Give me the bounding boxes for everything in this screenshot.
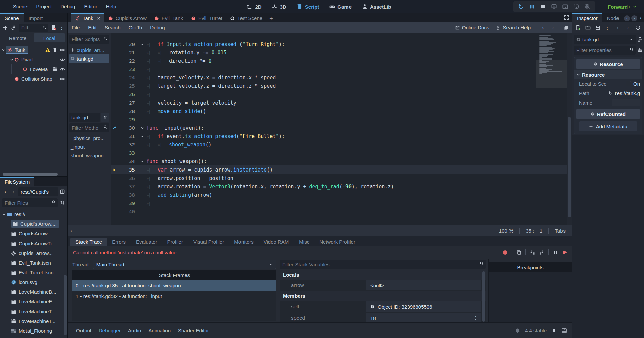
- code-line-25[interactable]: 25target_velocity.z = direction.z * spee…: [111, 82, 572, 90]
- scripts-filter-box[interactable]: [69, 35, 109, 44]
- scene-node-tank[interactable]: Tank: [0, 45, 67, 55]
- menu-project[interactable]: Project: [32, 0, 56, 13]
- file-lovemachineb-[interactable]: LoveMachineB...: [0, 287, 67, 297]
- file-lovemachinee-[interactable]: LoveMachineE...: [0, 297, 67, 307]
- gutter-icon-col[interactable]: [111, 126, 119, 130]
- fs-path-input[interactable]: [21, 189, 56, 195]
- pin-bottom-panel-icon[interactable]: [551, 328, 557, 333]
- save-resource-button[interactable]: [595, 25, 600, 30]
- member-sort-button[interactable]: [101, 113, 109, 122]
- fs-filter-box[interactable]: [2, 198, 58, 207]
- script-menu-search[interactable]: Search: [101, 25, 125, 30]
- scene-filter-box[interactable]: [19, 24, 48, 32]
- file-cupidsarrow-[interactable]: CupidsArrow....: [0, 229, 67, 239]
- code-line-39[interactable]: 39: [111, 199, 572, 207]
- methods-filter-box[interactable]: [69, 123, 109, 132]
- method-item--physics-pro-[interactable]: _physics_pro...: [69, 134, 109, 142]
- add-metadata-button[interactable]: Add Metadata: [579, 121, 637, 131]
- chevron-down-icon[interactable]: [1, 48, 5, 52]
- tab-node[interactable]: Node: [602, 13, 624, 22]
- scrollbar-thumb[interactable]: [568, 117, 571, 217]
- tab-inspector[interactable]: Inspector: [572, 13, 602, 22]
- signal-connection-icon[interactable]: [113, 126, 117, 130]
- code-line-40[interactable]: 40: [111, 207, 572, 216]
- inspector-back-button[interactable]: ‹: [614, 25, 621, 31]
- new-scene-tab-button[interactable]: +: [266, 15, 276, 22]
- script-menu-edit[interactable]: Edit: [84, 25, 101, 30]
- scene-tab-evil_tank[interactable]: Evil_Tank: [150, 13, 187, 22]
- properties-filter-box[interactable]: [574, 46, 636, 55]
- code-line-38[interactable]: 38add_sibling(arrow): [111, 191, 572, 199]
- tune-icon[interactable]: [637, 48, 643, 53]
- file-icon-svg[interactable]: icon.svg: [0, 277, 67, 287]
- scene-tab-test-scene[interactable]: Test Scene: [226, 13, 266, 22]
- instanced-scene-icon[interactable]: [52, 67, 58, 72]
- workspace-2d[interactable]: 2D: [243, 0, 265, 13]
- minimap-viewport[interactable]: [536, 60, 567, 88]
- debugger-tab-misc[interactable]: Misc: [294, 238, 314, 246]
- warning-icon[interactable]: [45, 47, 50, 53]
- open-docs-icon[interactable]: [637, 37, 643, 42]
- code-editor[interactable]: 20if Input.is_action_pressed ("Turn Righ…: [111, 33, 572, 225]
- fold-col[interactable]: [138, 126, 146, 130]
- scene-tab-tank[interactable]: Tank: [71, 13, 104, 22]
- code-line-26[interactable]: 26: [111, 90, 572, 98]
- expand-bottom-panel-icon[interactable]: [561, 328, 567, 333]
- code-line-32[interactable]: 32shoot_weapon(): [111, 140, 572, 149]
- script-history-back[interactable]: ‹: [540, 25, 546, 31]
- restart-button[interactable]: [518, 4, 524, 10]
- workspace-game[interactable]: Game: [325, 0, 356, 13]
- bottom-panel-animation[interactable]: Animation: [145, 328, 174, 333]
- code-line-29[interactable]: 29: [111, 115, 572, 124]
- prev-object-button[interactable]: ‹: [624, 15, 630, 21]
- fold-chevron-icon[interactable]: [140, 126, 144, 130]
- scene-tab-cupid's-arrow[interactable]: Cupid's Arrow: [104, 13, 150, 22]
- dock-menu-icon[interactable]: ⋮: [639, 16, 643, 20]
- fold-chevron-icon[interactable]: [140, 159, 144, 163]
- stack-filter-box[interactable]: [280, 260, 486, 269]
- continue-button[interactable]: [562, 250, 568, 255]
- file-cupid-s-arrow-[interactable]: Cupid's Arrow....: [0, 219, 67, 229]
- file-res-[interactable]: res://: [0, 209, 67, 219]
- tab-filesystem[interactable]: FileSystem: [0, 177, 34, 186]
- make-floating-icon[interactable]: [564, 25, 569, 30]
- resource-options-icon[interactable]: ⋮: [605, 25, 610, 30]
- variable-row-speed[interactable]: speed18▲▼: [280, 312, 486, 322]
- scene-node-pivot[interactable]: Pivot: [0, 55, 67, 64]
- thread-dropdown[interactable]: Main Thread: [93, 260, 276, 269]
- search-help-button[interactable]: Search Help: [494, 25, 533, 30]
- stack-filter-input[interactable]: [282, 262, 477, 267]
- method-item-shoot-weapon[interactable]: shoot_weapon: [69, 151, 109, 160]
- menu-debug[interactable]: Debug: [56, 0, 79, 13]
- scripts-filter-input[interactable]: [72, 36, 101, 42]
- fs-path-field[interactable]: [18, 187, 58, 196]
- code-line-24[interactable]: 24target_velocity.x = direction.x * spee…: [111, 73, 572, 82]
- code-line-36[interactable]: 36arrow.position = position: [111, 174, 572, 182]
- code-line-27[interactable]: 27velocity = target_velocity: [111, 98, 572, 107]
- movie-maker-button[interactable]: [584, 4, 590, 10]
- close-icon[interactable]: [97, 16, 101, 20]
- pause-button[interactable]: [529, 4, 535, 10]
- file-cupids-arrow-[interactable]: cupids_arrow...: [0, 248, 67, 258]
- script-menu-debug[interactable]: Debug: [146, 25, 169, 30]
- scene-tree-hscrollbar[interactable]: [0, 172, 67, 176]
- fold-col[interactable]: [138, 134, 146, 138]
- stack-frame-1[interactable]: 1 - res://tank.gd:32 - at function: _inp…: [72, 291, 276, 301]
- copy-error-button[interactable]: [516, 250, 521, 255]
- code-line-33[interactable]: 33: [111, 149, 572, 157]
- code-line-30[interactable]: 30func _input(event):: [111, 124, 572, 132]
- debugger-tab-visual-profiler[interactable]: Visual Profiler: [188, 238, 229, 246]
- debugger-tab-errors[interactable]: Errors: [107, 238, 131, 246]
- bottom-panel-output[interactable]: Output: [72, 328, 95, 333]
- break-button[interactable]: [553, 250, 558, 255]
- refcounted-category-button[interactable]: RefCounted: [576, 109, 640, 119]
- gutter-icon-col[interactable]: [111, 168, 119, 172]
- workspace-3d[interactable]: 3D: [268, 0, 290, 13]
- code-line-35[interactable]: 35var arrow = cupids_arrow.instantiate(): [111, 165, 572, 174]
- step-into-button[interactable]: [530, 250, 535, 255]
- variable-row-arrow[interactable]: arrow<null>: [280, 280, 486, 291]
- file-lovemachinet-[interactable]: LoveMachineT...: [0, 316, 67, 326]
- variable-value[interactable]: <null>: [366, 280, 481, 290]
- code-line-28[interactable]: 28move_and_slide(): [111, 107, 572, 115]
- code-line-23[interactable]: 23: [111, 65, 572, 73]
